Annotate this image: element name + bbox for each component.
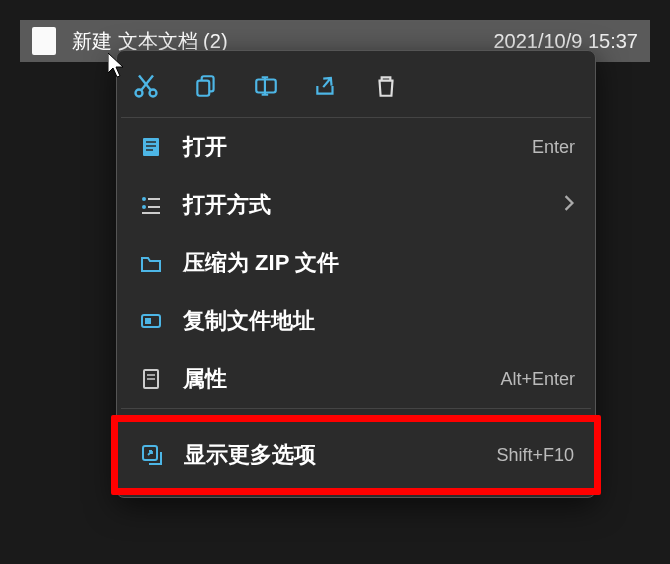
svg-rect-20 xyxy=(145,318,151,324)
menu-label: 打开 xyxy=(183,132,532,162)
cut-icon xyxy=(132,72,160,100)
file-icon xyxy=(32,27,56,55)
svg-rect-10 xyxy=(143,138,159,156)
menu-label: 显示更多选项 xyxy=(184,440,496,470)
menu-label: 属性 xyxy=(183,364,500,394)
chevron-right-icon xyxy=(563,195,575,216)
svg-line-2 xyxy=(141,76,153,91)
copy-button[interactable] xyxy=(187,67,225,105)
open-icon xyxy=(137,133,165,161)
menu-item-compress-zip[interactable]: 压缩为 ZIP 文件 xyxy=(117,234,595,292)
svg-rect-18 xyxy=(142,212,160,214)
menu-item-properties[interactable]: 属性 Alt+Enter xyxy=(117,350,595,408)
menu-shortcut: Enter xyxy=(532,137,575,158)
divider xyxy=(121,408,591,409)
menu-item-copy-path[interactable]: 复制文件地址 xyxy=(117,292,595,350)
svg-point-14 xyxy=(142,197,146,201)
share-button[interactable] xyxy=(307,67,345,105)
rename-button[interactable] xyxy=(247,67,285,105)
cut-button[interactable] xyxy=(127,67,165,105)
menu-shortcut: Alt+Enter xyxy=(500,369,575,390)
menu-label: 打开方式 xyxy=(183,190,563,220)
menu-label: 复制文件地址 xyxy=(183,306,575,336)
svg-rect-15 xyxy=(148,198,160,200)
svg-rect-17 xyxy=(148,206,160,208)
menu-item-open-with[interactable]: 打开方式 xyxy=(117,176,595,234)
show-more-icon xyxy=(138,441,166,469)
copy-icon xyxy=(193,73,219,99)
delete-icon xyxy=(373,73,399,99)
action-bar xyxy=(117,59,595,117)
menu-shortcut: Shift+F10 xyxy=(496,445,574,466)
copy-path-icon xyxy=(137,307,165,335)
rename-icon xyxy=(253,73,279,99)
svg-rect-5 xyxy=(197,81,209,96)
properties-icon xyxy=(137,365,165,393)
menu-label: 压缩为 ZIP 文件 xyxy=(183,248,575,278)
zip-icon xyxy=(137,249,165,277)
menu-item-show-more[interactable]: 显示更多选项 Shift+F10 xyxy=(118,422,594,488)
context-menu: 打开 Enter 打开方式 压缩为 ZIP 文件 xyxy=(116,50,596,498)
svg-point-0 xyxy=(136,90,143,97)
svg-line-3 xyxy=(139,76,151,91)
open-with-icon xyxy=(137,191,165,219)
delete-button[interactable] xyxy=(367,67,405,105)
svg-point-1 xyxy=(150,90,157,97)
menu-item-open[interactable]: 打开 Enter xyxy=(117,118,595,176)
share-icon xyxy=(313,73,339,99)
svg-point-16 xyxy=(142,205,146,209)
highlight-box: 显示更多选项 Shift+F10 xyxy=(111,415,601,495)
